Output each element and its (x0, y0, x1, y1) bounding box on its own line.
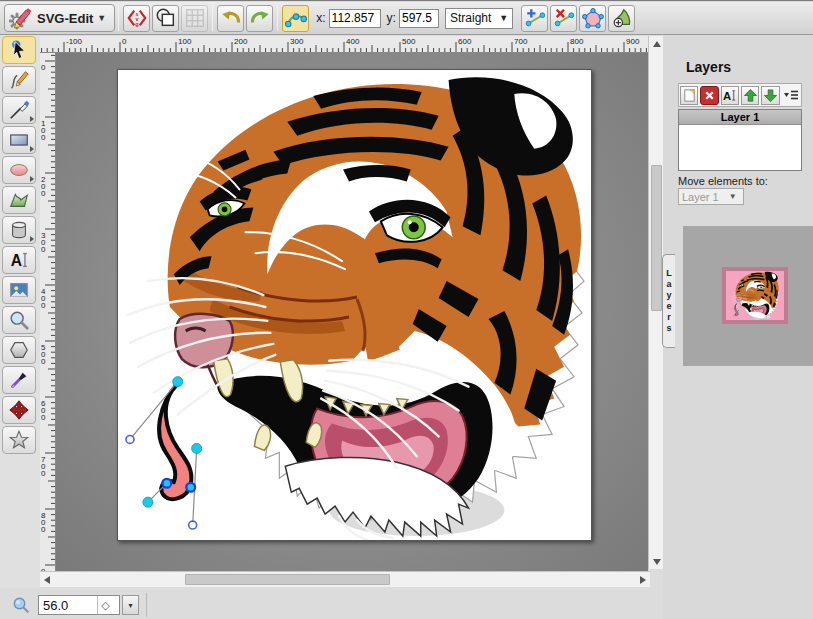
wireframe-shapes-button[interactable] (152, 5, 179, 32)
tool-button-text[interactable]: A (2, 246, 36, 274)
tool-button-path[interactable] (2, 186, 36, 214)
eyedropper-tool-icon (8, 369, 30, 391)
horizontal-ruler: -1000100200300400500600700800900 (40, 36, 648, 53)
svg-text:0: 0 (41, 245, 46, 254)
svg-text:0: 0 (122, 37, 127, 46)
undo-button[interactable] (217, 5, 244, 32)
layer-row-layer1[interactable]: Layer 1 (679, 110, 801, 125)
horizontal-scroll-thumb[interactable] (185, 574, 390, 585)
tool-button-line[interactable] (2, 96, 36, 124)
flyout-arrow-icon (30, 116, 34, 122)
overlapping-shapes-icon (155, 7, 177, 29)
tool-button-eyedropper[interactable] (2, 366, 36, 394)
delete-node-button[interactable] (550, 5, 577, 32)
add-subpath-button[interactable] (608, 5, 635, 32)
zoom-level-icon (12, 596, 30, 614)
rename-layer-icon: A (722, 88, 737, 103)
tool-button-pencil[interactable] (2, 66, 36, 94)
left-tool-palette: A (0, 35, 40, 619)
svg-text:0: 0 (41, 63, 46, 72)
cylinder-shape-icon (8, 219, 30, 241)
zoom-tool-icon (8, 309, 30, 331)
segment-type-caret: ▼ (499, 13, 508, 23)
move-elements-caret: ▼ (729, 192, 737, 201)
tool-button-polygon[interactable] (2, 336, 36, 364)
top-toolbar: SVG-Edit ▼ s v g (0, 2, 813, 35)
svg-text:600: 600 (458, 37, 472, 46)
layer-buttons-row: A (678, 83, 802, 107)
tool-button-image[interactable] (2, 276, 36, 304)
scroll-up-button[interactable] (649, 36, 664, 51)
bottom-toolbar: ◇ ▾ (0, 588, 663, 619)
segment-type-select[interactable]: Straight ▼ (445, 8, 513, 29)
thumbnail-image (726, 271, 784, 320)
svg-text:700: 700 (514, 37, 528, 46)
bottombar-separator (146, 593, 147, 617)
svg-canvas[interactable] (117, 69, 592, 541)
polygon-tool-icon (8, 339, 30, 361)
y-coordinate-input[interactable] (399, 9, 439, 28)
toolbar-separator (277, 5, 278, 31)
arrow-up-icon (743, 88, 758, 103)
tool-button-star[interactable] (2, 426, 36, 454)
add-node-button[interactable] (521, 5, 548, 32)
main-menu-label: SVG-Edit (37, 11, 93, 26)
delete-layer-button[interactable] (700, 86, 718, 105)
scroll-left-button[interactable] (40, 572, 54, 587)
svg-text:300: 300 (290, 37, 304, 46)
node-link-icon (285, 7, 307, 29)
rename-layer-button[interactable]: A (721, 86, 739, 105)
line-tool-icon (8, 99, 30, 121)
tool-button-select[interactable] (2, 36, 36, 64)
main-menu-button[interactable]: SVG-Edit ▼ (4, 4, 115, 32)
move-layer-down-button[interactable] (761, 86, 779, 105)
svg-text:500: 500 (402, 37, 416, 46)
svg-text:0: 0 (41, 357, 46, 366)
move-elements-select[interactable]: Layer 1 ▼ (678, 188, 744, 205)
layer-list: Layer 1 (678, 109, 802, 171)
grid-button[interactable] (181, 5, 208, 32)
drawing-thumbnail[interactable] (722, 267, 788, 324)
move-elements-value: Layer 1 (682, 191, 719, 203)
link-control-points-toggle[interactable] (282, 5, 309, 32)
move-layer-up-button[interactable] (741, 86, 759, 105)
x-coordinate-input[interactable] (329, 9, 381, 28)
vertical-scrollbar[interactable] (648, 36, 663, 569)
open-close-path-button[interactable] (579, 5, 606, 32)
tool-button-ellipse[interactable] (2, 156, 36, 184)
svg-text:A: A (723, 89, 731, 101)
redo-button[interactable] (246, 5, 273, 32)
vertical-scroll-thumb[interactable] (651, 165, 662, 311)
tool-button-zoom[interactable] (2, 306, 36, 334)
svg-text:0: 0 (41, 133, 46, 142)
tool-button-connector[interactable] (2, 396, 36, 424)
select-tool-icon (8, 39, 30, 61)
zoom-level-input[interactable] (39, 598, 97, 613)
source-code-icon: s v g (126, 7, 148, 29)
redo-icon (249, 7, 271, 29)
horizontal-scrollbar[interactable] (40, 571, 650, 587)
zoom-level-spinbox: ◇ (38, 595, 120, 615)
pencil-tool-icon (8, 69, 30, 91)
layers-panel: Layers Layers A (663, 35, 813, 619)
svg-text:A: A (11, 252, 22, 269)
edit-source-button[interactable]: s v g (123, 5, 150, 32)
tool-button-shape-library[interactable] (2, 216, 36, 244)
layers-panel-toggle-tab[interactable]: Layers (662, 254, 675, 348)
layer-options-button[interactable] (782, 86, 800, 105)
scroll-right-button[interactable] (636, 572, 650, 587)
segment-type-value: Straight (450, 11, 491, 25)
svg-text:0: 0 (41, 301, 46, 310)
vertical-ruler: 0100200300400500600700800900 (40, 53, 56, 571)
preview-area (683, 226, 813, 366)
layer-menu-icon (783, 88, 799, 102)
zoom-preset-dropdown-button[interactable]: ▾ (122, 595, 139, 615)
new-layer-button[interactable] (680, 86, 698, 105)
scroll-down-button[interactable] (649, 554, 664, 569)
tiger-drawing[interactable] (118, 70, 591, 540)
flyout-arrow-icon (30, 146, 34, 152)
tool-button-rectangle[interactable] (2, 126, 36, 154)
svg-text:100: 100 (178, 37, 192, 46)
drawing-workspace[interactable] (56, 53, 648, 571)
zoom-spinner-handle[interactable]: ◇ (97, 596, 113, 614)
